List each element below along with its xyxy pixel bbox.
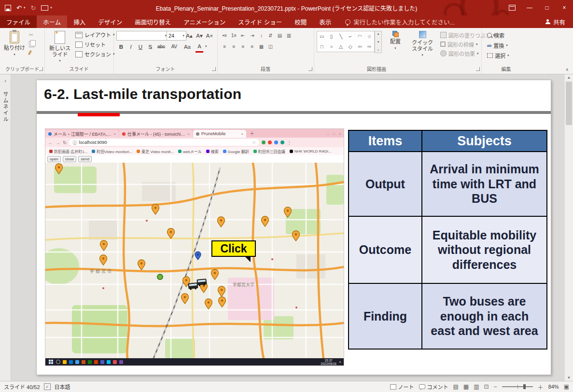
shapes-gallery[interactable]: ▭ ▯ ╲ ⌐ ◠ ☆ □ ○ △ ◇ ⇦ ⇨ xyxy=(317,31,375,52)
shape-oval-icon[interactable]: ○ xyxy=(327,42,336,52)
select-button[interactable]: 選択▾ xyxy=(486,51,510,60)
tab-slideshow[interactable]: スライド ショー xyxy=(232,15,288,28)
italic-icon[interactable]: I xyxy=(126,42,136,51)
columns-icon[interactable]: ▥ xyxy=(284,31,293,40)
tab-design[interactable]: デザイン xyxy=(92,15,128,28)
text-direction-icon[interactable]: ⇵ xyxy=(266,31,275,40)
justify-icon[interactable]: ≡ xyxy=(248,42,257,51)
zoom-in-button[interactable]: ＋ xyxy=(538,383,544,391)
qat-customize-caret-icon[interactable]: ▾ xyxy=(50,6,52,10)
shape-vtextbox-icon[interactable]: ▯ xyxy=(327,31,336,42)
tab-insert[interactable]: 挿入 xyxy=(67,15,92,28)
arrange-button[interactable]: 配置 ▾ xyxy=(384,31,406,50)
align-center-icon[interactable]: ≡ xyxy=(229,42,238,51)
content-table[interactable]: Items Subjects Output Arrival in minimum… xyxy=(348,130,547,350)
drawing-dialog-launcher[interactable] xyxy=(476,67,480,71)
browser-screenshot[interactable]: メール・江端智一 / EBATA, TOI...× 仕事メール - (45) -… xyxy=(45,128,344,366)
table-cell-subject[interactable]: Two buses are enough in each east and we… xyxy=(422,284,546,349)
vertical-scrollbar[interactable]: ▲ ▼ xyxy=(564,74,573,381)
font-color-caret-icon[interactable]: ▾ xyxy=(205,44,207,48)
text-columns-icon[interactable]: ◫ xyxy=(266,42,275,51)
align-right-icon[interactable]: ≡ xyxy=(238,42,248,51)
paragraph-dialog-launcher[interactable] xyxy=(308,67,312,71)
shapes-gallery-scroll[interactable]: ▴▾▿ xyxy=(375,31,382,53)
font-dialog-launcher[interactable] xyxy=(212,67,216,71)
text-shadow-icon[interactable]: S xyxy=(145,42,155,51)
proofing-icon[interactable]: ✓ xyxy=(44,383,51,390)
scrollbar-thumb[interactable] xyxy=(566,82,572,125)
shape-star-icon[interactable]: ☆ xyxy=(364,31,374,42)
bullets-icon[interactable]: •≡ xyxy=(220,31,229,40)
smartart-convert-icon[interactable]: ▦ xyxy=(257,42,266,51)
tab-view[interactable]: 表示 xyxy=(313,15,337,28)
table-header-items[interactable]: Items xyxy=(349,131,421,151)
paste-button[interactable]: 貼り付け ▾ xyxy=(2,31,27,56)
shape-connector-icon[interactable]: ⌐ xyxy=(346,31,355,42)
font-name-combo[interactable]: ▾ xyxy=(116,31,168,41)
tab-animations[interactable]: アニメーション xyxy=(177,15,232,28)
character-spacing-icon[interactable]: AV xyxy=(168,42,180,51)
cut-icon[interactable]: ✂ xyxy=(29,32,34,38)
replace-button[interactable]: ab置換▾ xyxy=(486,41,510,50)
shape-triangle-icon[interactable]: △ xyxy=(336,42,346,52)
table-header-subjects[interactable]: Subjects xyxy=(422,131,546,151)
minimize-button[interactable]: — xyxy=(521,0,538,15)
thumbnail-panel[interactable]: › サムネイル xyxy=(0,74,11,381)
table-cell-subject[interactable]: Equitable mobility without regional diff… xyxy=(422,217,546,283)
ribbon-display-options-button[interactable] xyxy=(503,0,521,15)
expand-thumbnails-icon[interactable]: › xyxy=(0,78,11,84)
shape-textbox-icon[interactable]: ▭ xyxy=(317,31,327,42)
tab-review[interactable]: 校閲 xyxy=(288,15,313,28)
zoom-out-button[interactable]: − xyxy=(494,383,497,390)
zoom-level[interactable]: 84% xyxy=(548,384,559,390)
fit-to-window-button[interactable]: ▣ xyxy=(564,383,569,390)
zoom-slider[interactable] xyxy=(502,386,533,387)
section-button[interactable]: セクション▾ xyxy=(74,49,116,59)
shape-arrow-left-icon[interactable]: ⇦ xyxy=(355,42,365,52)
table-cell-item[interactable]: Outcome xyxy=(349,217,421,283)
share-button[interactable]: 共有 xyxy=(545,15,573,28)
shape-arc-icon[interactable]: ◠ xyxy=(355,31,365,42)
comments-button[interactable]: コメント xyxy=(419,383,448,391)
click-callout[interactable]: Click xyxy=(211,240,256,257)
collapse-ribbon-icon[interactable]: ∧ xyxy=(565,67,569,72)
table-cell-item[interactable]: Output xyxy=(349,152,421,216)
align-text-icon[interactable]: ▤ xyxy=(275,31,284,40)
reading-view-button[interactable]: ▥ xyxy=(474,383,479,390)
tab-file[interactable]: ファイル xyxy=(0,15,37,28)
maximize-button[interactable]: □ xyxy=(538,0,556,15)
shape-rect-icon[interactable]: □ xyxy=(317,42,327,52)
slideshow-button[interactable]: ⊡ xyxy=(484,383,489,390)
tab-home[interactable]: ホーム xyxy=(37,15,67,28)
change-case-icon[interactable]: Aa xyxy=(181,42,194,51)
quick-styles-button[interactable]: クイック スタイル ▾ xyxy=(408,31,436,57)
tab-transitions[interactable]: 画面切り替え xyxy=(128,15,177,28)
notes-button[interactable]: ノート xyxy=(390,383,414,391)
decrease-indent-icon[interactable]: ⇤ xyxy=(238,31,248,40)
new-slide-button[interactable]: 新しいスライド ▾ xyxy=(47,31,72,63)
shape-line-icon[interactable]: ╲ xyxy=(336,31,346,42)
zoom-slider-thumb[interactable] xyxy=(523,384,526,389)
scroll-down-icon[interactable]: ▼ xyxy=(565,376,573,380)
touch-mode-icon[interactable] xyxy=(41,5,48,11)
table-cell-subject[interactable]: Arrival in minimum time with LRT and BUS xyxy=(422,152,546,216)
language-indicator[interactable]: 日本語 xyxy=(55,383,70,391)
tell-me-box[interactable]: 実行したい作業を入力してください... xyxy=(345,15,455,28)
format-painter-icon[interactable] xyxy=(28,50,32,56)
table-cell-item[interactable]: Finding xyxy=(349,284,421,349)
close-button[interactable]: × xyxy=(556,0,573,15)
shape-arrow-right-icon[interactable]: ⇨ xyxy=(364,42,374,52)
layout-button[interactable]: レイアウト▾ xyxy=(74,30,116,40)
slide-title[interactable]: 6-2. Last-mile transportation xyxy=(44,86,241,102)
font-size-combo[interactable]: 24▾ xyxy=(167,31,186,41)
strikethrough-icon[interactable]: abc xyxy=(155,42,168,51)
slide-sorter-view-button[interactable]: ▦ xyxy=(463,383,469,390)
undo-caret-icon[interactable]: ▾ xyxy=(24,6,26,10)
normal-view-button[interactable]: ▤ xyxy=(453,383,459,390)
shrink-font-icon[interactable]: A▾ xyxy=(195,31,204,40)
line-spacing-icon[interactable]: ↕ xyxy=(257,31,266,40)
clear-formatting-icon[interactable]: A× xyxy=(205,31,214,40)
save-icon[interactable] xyxy=(5,5,11,11)
reset-button[interactable]: リセット xyxy=(74,40,116,49)
shape-diamond-icon[interactable]: ◇ xyxy=(346,42,355,52)
